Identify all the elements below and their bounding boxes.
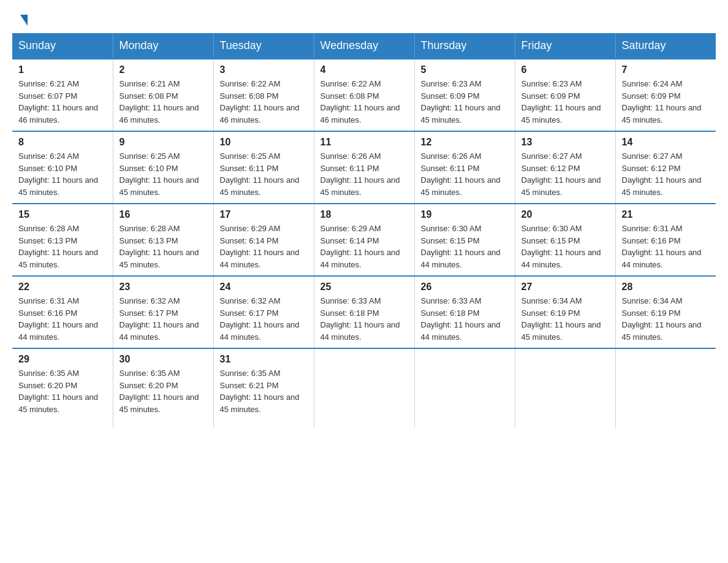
day-info: Sunrise: 6:21 AMSunset: 6:08 PMDaylight:… [119,78,207,126]
day-number: 16 [119,209,207,220]
day-number: 20 [521,209,609,220]
calendar-cell [414,348,515,427]
day-number: 21 [622,209,710,220]
day-info: Sunrise: 6:23 AMSunset: 6:09 PMDaylight:… [421,78,509,126]
calendar-cell: 18 Sunrise: 6:29 AMSunset: 6:14 PMDaylig… [314,204,414,276]
calendar-cell: 2 Sunrise: 6:21 AMSunset: 6:08 PMDayligh… [113,59,213,131]
calendar-cell [515,348,615,427]
day-number: 23 [119,282,207,293]
calendar-cell: 4 Sunrise: 6:22 AMSunset: 6:08 PMDayligh… [314,59,414,131]
logo-triangle-icon [20,15,28,26]
calendar-week-1: 1 Sunrise: 6:21 AMSunset: 6:07 PMDayligh… [12,59,716,131]
day-info: Sunrise: 6:26 AMSunset: 6:11 PMDaylight:… [320,150,408,198]
day-number: 3 [220,64,308,75]
day-info: Sunrise: 6:29 AMSunset: 6:14 PMDaylight:… [220,223,308,270]
calendar-cell [615,348,716,427]
day-number: 7 [622,64,710,75]
day-info: Sunrise: 6:35 AMSunset: 6:20 PMDaylight:… [119,367,207,415]
calendar-cell: 1 Sunrise: 6:21 AMSunset: 6:07 PMDayligh… [12,59,113,131]
day-info: Sunrise: 6:27 AMSunset: 6:12 PMDaylight:… [622,150,710,198]
day-info: Sunrise: 6:35 AMSunset: 6:20 PMDaylight:… [18,367,107,415]
calendar-body: 1 Sunrise: 6:21 AMSunset: 6:07 PMDayligh… [12,59,716,427]
calendar-week-3: 15 Sunrise: 6:28 AMSunset: 6:13 PMDaylig… [12,204,716,276]
calendar-cell: 7 Sunrise: 6:24 AMSunset: 6:09 PMDayligh… [615,59,716,131]
day-info: Sunrise: 6:21 AMSunset: 6:07 PMDaylight:… [18,78,107,126]
calendar-cell: 22 Sunrise: 6:31 AMSunset: 6:16 PMDaylig… [12,276,113,348]
calendar-cell: 27 Sunrise: 6:34 AMSunset: 6:19 PMDaylig… [515,276,615,348]
weekday-header-thursday: Thursday [414,33,515,59]
day-number: 14 [622,137,710,148]
day-info: Sunrise: 6:34 AMSunset: 6:19 PMDaylight:… [622,295,710,343]
day-number: 22 [18,282,107,293]
day-info: Sunrise: 6:23 AMSunset: 6:09 PMDaylight:… [521,78,609,126]
day-info: Sunrise: 6:27 AMSunset: 6:12 PMDaylight:… [521,150,609,198]
calendar-cell: 11 Sunrise: 6:26 AMSunset: 6:11 PMDaylig… [314,131,414,204]
calendar-cell: 30 Sunrise: 6:35 AMSunset: 6:20 PMDaylig… [113,348,213,427]
day-number: 28 [622,282,710,293]
day-info: Sunrise: 6:28 AMSunset: 6:13 PMDaylight:… [119,223,207,270]
day-info: Sunrise: 6:31 AMSunset: 6:16 PMDaylight:… [622,223,710,270]
calendar-cell: 25 Sunrise: 6:33 AMSunset: 6:18 PMDaylig… [314,276,414,348]
day-info: Sunrise: 6:32 AMSunset: 6:17 PMDaylight:… [220,295,308,343]
calendar-cell: 6 Sunrise: 6:23 AMSunset: 6:09 PMDayligh… [515,59,615,131]
calendar-cell: 28 Sunrise: 6:34 AMSunset: 6:19 PMDaylig… [615,276,716,348]
weekday-header-tuesday: Tuesday [213,33,314,59]
day-number: 6 [521,64,609,75]
day-number: 1 [18,64,107,75]
day-number: 4 [320,64,408,75]
calendar-cell: 9 Sunrise: 6:25 AMSunset: 6:10 PMDayligh… [113,131,213,204]
calendar-cell: 23 Sunrise: 6:32 AMSunset: 6:17 PMDaylig… [113,276,213,348]
calendar-container: SundayMondayTuesdayWednesdayThursdayFrid… [12,33,716,427]
day-number: 17 [220,209,308,220]
day-number: 9 [119,137,207,148]
day-info: Sunrise: 6:26 AMSunset: 6:11 PMDaylight:… [421,150,509,198]
day-info: Sunrise: 6:34 AMSunset: 6:19 PMDaylight:… [521,295,609,343]
day-info: Sunrise: 6:33 AMSunset: 6:18 PMDaylight:… [421,295,509,343]
day-number: 10 [220,137,308,148]
calendar-cell: 14 Sunrise: 6:27 AMSunset: 6:12 PMDaylig… [615,131,716,204]
calendar-cell [314,348,414,427]
day-number: 12 [421,137,509,148]
day-info: Sunrise: 6:24 AMSunset: 6:09 PMDaylight:… [622,78,710,126]
weekday-header-wednesday: Wednesday [314,33,414,59]
weekday-header-saturday: Saturday [615,33,716,59]
logo [18,15,29,23]
day-number: 15 [18,209,107,220]
calendar-cell: 3 Sunrise: 6:22 AMSunset: 6:08 PMDayligh… [213,59,314,131]
calendar-week-5: 29 Sunrise: 6:35 AMSunset: 6:20 PMDaylig… [12,348,716,427]
page-header [0,0,728,33]
day-number: 26 [421,282,509,293]
weekday-header-friday: Friday [515,33,615,59]
day-number: 19 [421,209,509,220]
calendar-table: SundayMondayTuesdayWednesdayThursdayFrid… [12,33,716,427]
day-info: Sunrise: 6:32 AMSunset: 6:17 PMDaylight:… [119,295,207,343]
day-number: 29 [18,354,107,365]
day-number: 30 [119,354,207,365]
day-number: 13 [521,137,609,148]
day-info: Sunrise: 6:22 AMSunset: 6:08 PMDaylight:… [320,78,408,126]
calendar-cell: 29 Sunrise: 6:35 AMSunset: 6:20 PMDaylig… [12,348,113,427]
weekday-row: SundayMondayTuesdayWednesdayThursdayFrid… [12,33,716,59]
calendar-cell: 17 Sunrise: 6:29 AMSunset: 6:14 PMDaylig… [213,204,314,276]
calendar-cell: 5 Sunrise: 6:23 AMSunset: 6:09 PMDayligh… [414,59,515,131]
day-number: 11 [320,137,408,148]
calendar-cell: 24 Sunrise: 6:32 AMSunset: 6:17 PMDaylig… [213,276,314,348]
weekday-header-sunday: Sunday [12,33,113,59]
day-number: 2 [119,64,207,75]
day-info: Sunrise: 6:28 AMSunset: 6:13 PMDaylight:… [18,223,107,270]
day-info: Sunrise: 6:30 AMSunset: 6:15 PMDaylight:… [521,223,609,270]
day-info: Sunrise: 6:31 AMSunset: 6:16 PMDaylight:… [18,295,107,343]
day-number: 24 [220,282,308,293]
calendar-cell: 8 Sunrise: 6:24 AMSunset: 6:10 PMDayligh… [12,131,113,204]
day-info: Sunrise: 6:30 AMSunset: 6:15 PMDaylight:… [421,223,509,270]
day-info: Sunrise: 6:25 AMSunset: 6:11 PMDaylight:… [220,150,308,198]
day-number: 25 [320,282,408,293]
calendar-cell: 16 Sunrise: 6:28 AMSunset: 6:13 PMDaylig… [113,204,213,276]
day-info: Sunrise: 6:24 AMSunset: 6:10 PMDaylight:… [18,150,107,198]
calendar-cell: 20 Sunrise: 6:30 AMSunset: 6:15 PMDaylig… [515,204,615,276]
day-info: Sunrise: 6:22 AMSunset: 6:08 PMDaylight:… [220,78,308,126]
weekday-header-monday: Monday [113,33,213,59]
calendar-week-4: 22 Sunrise: 6:31 AMSunset: 6:16 PMDaylig… [12,276,716,348]
calendar-week-2: 8 Sunrise: 6:24 AMSunset: 6:10 PMDayligh… [12,131,716,204]
calendar-header: SundayMondayTuesdayWednesdayThursdayFrid… [12,33,716,59]
